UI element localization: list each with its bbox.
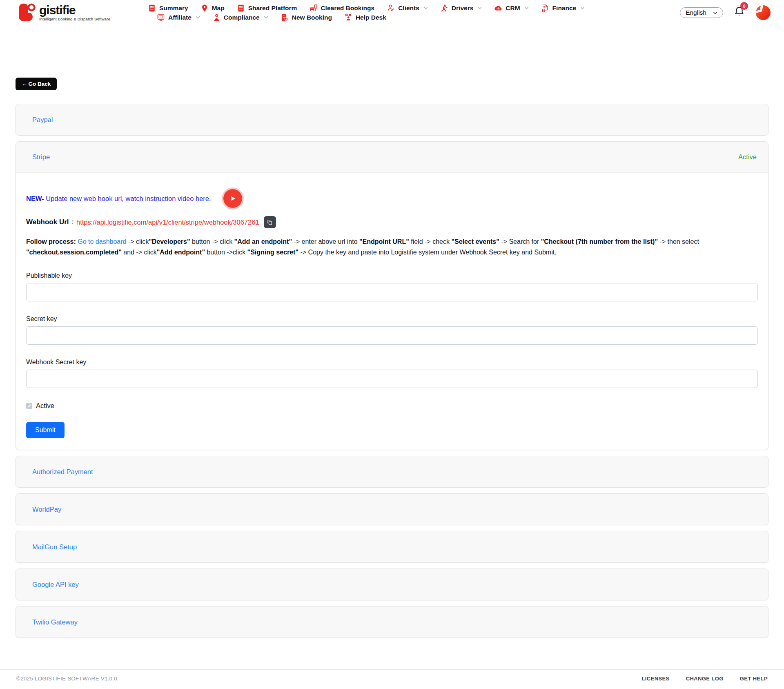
- chevron-down-icon: [264, 16, 268, 19]
- nav-item-shared-platform[interactable]: Shared Platform: [237, 4, 297, 12]
- process-segment: Follow process:: [26, 238, 78, 245]
- nav-label: Clients: [398, 4, 419, 12]
- svg-text:?: ?: [346, 13, 347, 16]
- process-segment: button -> click: [190, 238, 234, 245]
- submit-button[interactable]: Submit: [26, 422, 65, 438]
- instruction-video-link[interactable]: Update new web hook url, watch instructi…: [46, 195, 211, 202]
- play-icon: [229, 194, 237, 203]
- copy-icon: [266, 219, 273, 226]
- chevron-down-icon: [196, 16, 200, 19]
- accordion-header-authorized-payment[interactable]: Authorized Payment: [16, 456, 768, 487]
- publishable-key-label: Publishable key: [26, 272, 758, 279]
- nav-item-new-booking[interactable]: New Booking: [281, 13, 332, 22]
- status-badge-active: Active: [738, 153, 757, 161]
- panel-title: Stripe: [32, 153, 50, 161]
- shared-platform-icon: [237, 4, 245, 12]
- top-navigation-bar: gistifie Intelligent Booking & Dispatch …: [0, 0, 784, 25]
- accordion-header-stripe[interactable]: Stripe Active: [16, 142, 768, 173]
- notification-badge: 0: [740, 2, 748, 10]
- nav-item-compliance[interactable]: Compliance: [212, 13, 268, 22]
- panel-title: MailGun Setup: [32, 543, 77, 551]
- secret-key-input[interactable]: [26, 326, 758, 345]
- accordion-panel-mailgun-setup: MailGun Setup: [16, 531, 768, 563]
- nav-row-2: Affiliate Compliance New Booking ? Help …: [148, 13, 585, 22]
- accordion-panel-paypal: Paypal: [16, 104, 768, 136]
- nav-item-help-desk[interactable]: ? Help Desk: [344, 13, 386, 22]
- footer-link-change-log[interactable]: CHANGE LOG: [686, 676, 724, 682]
- go-back-label: Go Back: [29, 81, 51, 87]
- finance-icon: $: [541, 4, 549, 12]
- nav-label: Affiliate: [168, 14, 192, 21]
- active-checkbox[interactable]: [26, 403, 32, 409]
- process-segment: field -> check: [409, 238, 452, 245]
- copy-webhook-url-button[interactable]: [264, 216, 276, 228]
- accordion-header-mailgun-setup[interactable]: MailGun Setup: [16, 531, 768, 562]
- accordion-panel-google-api-key: Google API key: [16, 569, 768, 600]
- nav-item-finance[interactable]: $ Finance: [541, 4, 585, 12]
- footer-link-licenses[interactable]: LICENSES: [641, 676, 669, 682]
- nav-label: Map: [212, 4, 225, 12]
- nav-item-summary[interactable]: Summary: [148, 4, 188, 12]
- nav-label: CRM: [506, 4, 520, 12]
- footer-links: LICENSES CHANGE LOG GET HELP: [641, 676, 768, 682]
- follow-process-instructions: Follow process: Go to dashboard -> click…: [26, 236, 758, 257]
- nav-item-clients[interactable]: Clients: [387, 4, 428, 12]
- panel-title: Paypal: [32, 116, 53, 124]
- crm-cloud-icon: [494, 4, 502, 12]
- webhook-url-link[interactable]: https://api.logistifie.com/api/v1/client…: [76, 219, 259, 226]
- brand-text: gistifie Intelligent Booking & Dispatch …: [39, 4, 110, 22]
- process-segment: -> then select: [658, 238, 699, 245]
- process-segment: -> Copy the key and paste into Logistifi…: [298, 249, 557, 256]
- go-to-dashboard-link[interactable]: Go to dashboard: [78, 238, 126, 245]
- go-back-button[interactable]: ← Go Back: [16, 78, 57, 90]
- map-pin-icon: [200, 4, 209, 12]
- accordion-header-twilio-gateway[interactable]: Twilio Gateway: [16, 606, 768, 638]
- svg-text:$: $: [543, 5, 545, 9]
- check-icon: [27, 404, 31, 408]
- accordion-panel-authorized-payment: Authorized Payment: [16, 456, 768, 488]
- chevron-down-icon: [423, 7, 428, 9]
- process-segment: and -> click: [122, 249, 157, 256]
- nav-label: Finance: [552, 4, 577, 12]
- webhook-secret-key-field-group: Webhook Secret key: [26, 359, 758, 388]
- nav-label: Drivers: [452, 4, 473, 12]
- accordion-panel-stripe: Stripe Active NEW- Update new web hook u…: [16, 141, 768, 450]
- webhook-secret-key-label: Webhook Secret key: [26, 359, 758, 366]
- webhook-url-row: Webhook Url : https://api.logistifie.com…: [26, 216, 758, 228]
- clients-icon: [387, 4, 395, 12]
- nav-item-crm[interactable]: CRM: [494, 4, 528, 12]
- nav-label: Summary: [159, 4, 188, 12]
- process-segment: "Endpoint URL": [359, 238, 409, 245]
- nav-item-cleared-bookings[interactable]: Cleared Bookings: [309, 4, 374, 12]
- process-segment: button ->click: [205, 249, 247, 256]
- user-avatar[interactable]: [755, 5, 771, 20]
- nav-item-drivers[interactable]: Drivers: [440, 4, 482, 12]
- webhook-secret-key-input[interactable]: [26, 370, 758, 388]
- new-label: NEW-: [26, 195, 44, 202]
- accordion-header-paypal[interactable]: Paypal: [16, 104, 768, 135]
- nav-item-map[interactable]: Map: [200, 4, 225, 12]
- nav-label: Shared Platform: [248, 4, 297, 12]
- main-content: ← Go Back Paypal Stripe Active NEW- Upda…: [0, 25, 784, 669]
- process-segment: "Developers": [149, 238, 190, 245]
- webhook-url-label: Webhook Url: [26, 218, 69, 226]
- footer-link-get-help[interactable]: GET HELP: [740, 676, 768, 682]
- process-segment: -> click: [126, 238, 149, 245]
- secret-key-label: Secret key: [26, 315, 758, 323]
- play-video-button[interactable]: [223, 189, 242, 208]
- publishable-key-input[interactable]: [26, 283, 758, 301]
- active-checkbox-row: Active: [26, 402, 758, 410]
- nav-item-affiliate[interactable]: Affiliate: [157, 13, 200, 22]
- process-segment: -> enter above url into: [292, 238, 359, 245]
- nav-label: Cleared Bookings: [321, 4, 374, 12]
- language-select[interactable]: English: [680, 7, 723, 18]
- main-nav: Summary Map Shared Platform Cleared Book…: [148, 0, 585, 25]
- active-checkbox-label: Active: [36, 402, 54, 410]
- notifications-bell[interactable]: 0: [734, 6, 745, 20]
- accordion-header-worldpay[interactable]: WorldPay: [16, 494, 768, 525]
- process-segment: "checkout.session.completed": [26, 249, 122, 256]
- new-booking-icon: [281, 13, 289, 22]
- help-desk-icon: ?: [344, 13, 352, 22]
- accordion-header-google-api-key[interactable]: Google API key: [16, 569, 768, 600]
- accordion-panel-worldpay: WorldPay: [16, 493, 768, 525]
